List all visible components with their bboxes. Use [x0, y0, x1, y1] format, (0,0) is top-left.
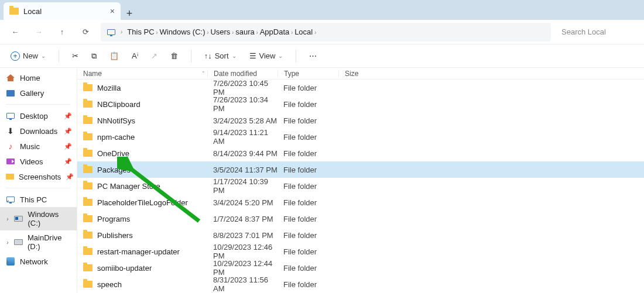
monitor-icon — [6, 111, 15, 120]
command-bar: + New ⌄ ✂ ⧉ 📋 Aⁱ ↗ 🗑 ↑↓ Sort ⌄ ☰ View ⌄ … — [0, 44, 644, 68]
delete-button[interactable]: 🗑 — [168, 49, 180, 63]
chevron-down-icon: ⌄ — [41, 53, 46, 59]
column-headers: Name˄ Date modified Type Size — [77, 68, 644, 80]
file-row-npm-cache[interactable]: npm-cache9/14/2023 11:21 AMFile folder — [77, 129, 644, 145]
sidebar-label: This PC — [20, 195, 47, 204]
paste-button[interactable]: 📋 — [107, 49, 121, 63]
breadcrumb-local[interactable]: Local — [294, 27, 313, 36]
file-date: 9/14/2023 11:21 AM — [207, 128, 278, 146]
pin-icon: 📌 — [66, 173, 74, 181]
sidebar-item-gallery[interactable]: Gallery — [0, 85, 77, 101]
share-icon: ↗ — [151, 51, 157, 60]
file-row-programs[interactable]: Programs1/7/2024 8:37 PMFile folder — [77, 211, 644, 227]
file-name: Publishers — [97, 231, 133, 240]
file-row-packages[interactable]: Packages3/5/2024 11:37 PMFile folder — [77, 161, 644, 178]
more-icon: ⋯ — [309, 51, 317, 60]
file-name: Mozilla — [97, 84, 121, 92]
file-row-restart-manager-updater[interactable]: restart-manager-updater10/29/2023 12:46 … — [77, 243, 644, 260]
file-date: 8/31/2023 11:56 AM — [207, 275, 278, 293]
new-button[interactable]: + New ⌄ — [8, 49, 48, 63]
file-row-nhnotifsys[interactable]: NhNotifSys3/24/2023 5:28 AMFile folder — [77, 112, 644, 129]
new-tab-button[interactable]: + — [121, 8, 138, 20]
file-row-onedrive[interactable]: OneDrive8/14/2023 9:44 PMFile folder — [77, 145, 644, 161]
folder-icon — [83, 247, 93, 256]
folder-icon — [83, 99, 93, 109]
rename-button[interactable]: Aⁱ — [129, 49, 141, 63]
pin-icon: 📌 — [64, 112, 72, 120]
copy-icon: ⧉ — [91, 51, 97, 61]
expand-icon[interactable]: › — [5, 258, 11, 265]
file-name: speech — [97, 280, 122, 289]
search-input[interactable]: Search Local — [558, 23, 637, 42]
sidebar-item-videos[interactable]: Videos📌 — [0, 154, 77, 169]
file-row-somiibo-updater[interactable]: somiibo-updater10/29/2023 12:44 PMFile f… — [77, 260, 644, 276]
sidebar-item-music[interactable]: ♪Music📌 — [0, 139, 77, 154]
file-row-nbclipboard[interactable]: NBClipboard7/26/2023 10:34 PMFile folder — [77, 96, 644, 112]
breadcrumb-users[interactable]: Users — [210, 27, 230, 36]
col-type[interactable]: Type — [278, 70, 338, 78]
monitor-icon — [6, 195, 15, 204]
file-row-placeholdertilelogofolder[interactable]: PlaceholderTileLogoFolder3/4/2024 5:20 P… — [77, 194, 644, 211]
sidebar-label: Network — [20, 257, 48, 266]
cut-button[interactable]: ✂ — [70, 49, 81, 63]
breadcrumb-this-pc[interactable]: This PC — [127, 27, 154, 36]
plus-icon: + — [11, 51, 20, 61]
file-row-pc-manager-store[interactable]: PC Manager Store1/17/2024 10:39 PMFile f… — [77, 178, 644, 194]
copy-button[interactable]: ⧉ — [89, 49, 99, 63]
file-type: File folder — [278, 116, 338, 125]
chevron-down-icon: ⌄ — [232, 53, 237, 59]
breadcrumb-windows-c-[interactable]: Windows (C:) — [159, 27, 205, 36]
col-date[interactable]: Date modified — [207, 70, 278, 78]
sidebar-item-desktop[interactable]: Desktop📌 — [0, 108, 77, 123]
share-button[interactable]: ↗ — [149, 49, 160, 63]
file-row-publishers[interactable]: Publishers8/8/2023 7:01 PMFile folder — [77, 227, 644, 243]
expand-icon[interactable]: › — [5, 239, 11, 246]
file-date: 3/24/2023 5:28 AM — [207, 116, 278, 125]
up-button[interactable]: ↑ — [54, 24, 70, 40]
file-date: 8/8/2023 7:01 PM — [207, 231, 278, 240]
view-button[interactable]: ☰ View ⌄ — [247, 49, 286, 63]
col-size[interactable]: Size — [338, 70, 376, 78]
file-type: File folder — [278, 264, 338, 273]
sidebar-this-pc[interactable]: ⌄ This PC — [0, 192, 77, 207]
sidebar-label: Music — [20, 142, 40, 151]
file-row-mozilla[interactable]: Mozilla7/26/2023 10:45 PMFile folder — [77, 80, 644, 96]
search-placeholder: Search Local — [561, 27, 606, 36]
sidebar-item-home[interactable]: Home — [0, 70, 77, 85]
sidebar-item-downloads[interactable]: ⬇Downloads📌 — [0, 123, 77, 139]
expand-icon[interactable]: › — [5, 216, 11, 222]
sidebar-network[interactable]: › Network — [0, 254, 77, 269]
music-icon: ♪ — [6, 142, 15, 151]
chevron-right-icon: › — [313, 29, 316, 36]
tab-local[interactable]: Local × — [4, 2, 121, 20]
gallery-icon — [6, 88, 15, 98]
cam-icon — [6, 172, 14, 181]
file-date: 7/26/2023 10:45 PM — [207, 79, 278, 96]
breadcrumb-saura[interactable]: saura — [235, 27, 255, 36]
file-type: File folder — [278, 247, 338, 256]
sort-button[interactable]: ↑↓ Sort ⌄ — [202, 49, 239, 63]
file-type: File folder — [278, 280, 338, 289]
sidebar-label: Gallery — [20, 89, 44, 98]
sidebar-item-screenshots[interactable]: Screenshots📌 — [0, 169, 77, 184]
rename-icon: Aⁱ — [132, 51, 138, 60]
forward-button[interactable]: → — [30, 24, 47, 40]
paste-icon: 📋 — [109, 51, 119, 60]
chevron-right-icon: › — [289, 29, 294, 36]
dl-icon: ⬇ — [6, 126, 15, 136]
trash-icon: 🗑 — [170, 51, 178, 60]
col-name[interactable]: Name˄ — [77, 70, 207, 78]
back-button[interactable]: ← — [7, 24, 23, 40]
sidebar-label: Desktop — [20, 112, 48, 120]
address-bar[interactable]: › This PC › Windows (C:) › Users › saura… — [101, 23, 551, 42]
sidebar-item-maindrive-d-[interactable]: ›MainDrive (D:) — [0, 230, 77, 254]
close-tab-button[interactable]: × — [110, 6, 115, 16]
file-name: NBClipboard — [97, 100, 141, 109]
sidebar-item-windows-c-[interactable]: ›Windows (C:) — [0, 207, 77, 230]
file-date: 8/14/2023 9:44 PM — [207, 149, 278, 158]
breadcrumb-appdata[interactable]: AppData — [260, 27, 290, 36]
refresh-button[interactable]: ⟳ — [77, 24, 94, 40]
sidebar-label: MainDrive (D:) — [28, 233, 72, 251]
file-row-speech[interactable]: speech8/31/2023 11:56 AMFile folder — [77, 276, 644, 292]
more-button[interactable]: ⋯ — [307, 49, 319, 63]
